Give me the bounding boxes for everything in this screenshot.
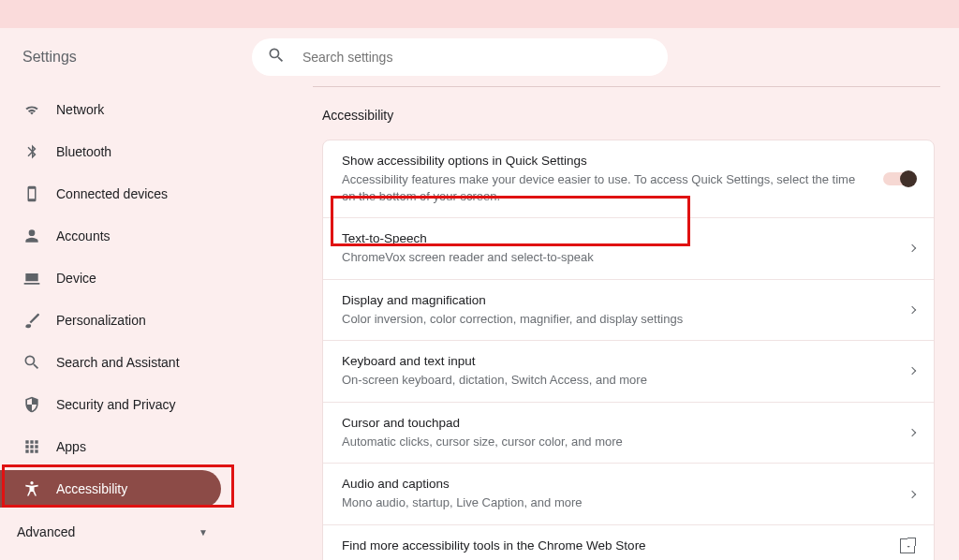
row-title: Keyboard and text input bbox=[342, 354, 894, 368]
row-action-chevron bbox=[909, 492, 915, 497]
sidebar-item-accounts[interactable]: Accounts bbox=[0, 217, 221, 255]
sidebar-item-label: Network bbox=[56, 102, 104, 117]
row-text: Text-to-SpeechChromeVox screen reader an… bbox=[342, 231, 909, 266]
chevron-right-icon bbox=[908, 429, 916, 436]
chevron-down-icon: ▼ bbox=[199, 527, 208, 538]
sidebar-item-device[interactable]: Device bbox=[0, 259, 221, 297]
sidebar-item-label: Search and Assistant bbox=[56, 355, 180, 370]
sidebar-item-label: Bluetooth bbox=[56, 144, 111, 159]
row-subtitle: Accessibility features make your device … bbox=[342, 171, 868, 204]
row-action-toggle bbox=[883, 172, 915, 185]
row-title: Display and magnification bbox=[342, 293, 894, 307]
search-input[interactable] bbox=[302, 50, 653, 65]
section-title: Accessibility bbox=[322, 108, 935, 123]
settings-card: Show accessibility options in Quick Sett… bbox=[322, 140, 935, 560]
row-title: Show accessibility options in Quick Sett… bbox=[342, 154, 868, 168]
apps-icon bbox=[22, 437, 41, 456]
chevron-right-icon bbox=[908, 490, 916, 497]
phone-icon bbox=[22, 184, 41, 203]
row-find-more-accessibility-tools-in-the-chr[interactable]: Find more accessibility tools in the Chr… bbox=[323, 524, 934, 560]
row-action-chevron bbox=[909, 368, 915, 374]
row-text: Show accessibility options in Quick Sett… bbox=[342, 154, 883, 204]
row-subtitle: Automatic clicks, cursor size, cursor co… bbox=[342, 434, 894, 450]
row-action-chevron bbox=[909, 245, 915, 251]
row-text: Find more accessibility tools in the Chr… bbox=[342, 538, 900, 553]
accessibility-icon bbox=[22, 479, 41, 498]
chevron-right-icon bbox=[908, 306, 916, 314]
wifi-icon bbox=[22, 100, 41, 119]
sidebar-item-personalization[interactable]: Personalization bbox=[0, 302, 221, 339]
sidebar-item-accessibility[interactable]: Accessibility bbox=[0, 470, 221, 508]
row-cursor-and-touchpad[interactable]: Cursor and touchpadAutomatic clicks, cur… bbox=[323, 402, 934, 464]
open-external-icon bbox=[900, 538, 915, 553]
row-title: Audio and captions bbox=[342, 477, 894, 491]
search-icon bbox=[267, 46, 286, 68]
row-text: Cursor and touchpadAutomatic clicks, cur… bbox=[342, 416, 909, 450]
sidebar-item-bluetooth[interactable]: Bluetooth bbox=[0, 133, 221, 170]
chevron-right-icon bbox=[908, 367, 916, 375]
page-app-title: Settings bbox=[22, 49, 77, 66]
sidebar-item-security-and-privacy[interactable]: Security and Privacy bbox=[0, 386, 221, 423]
sidebar-item-label: Personalization bbox=[56, 313, 146, 328]
row-subtitle: On-screen keyboard, dictation, Switch Ac… bbox=[342, 372, 894, 389]
row-subtitle: Mono audio, startup, Live Caption, and m… bbox=[342, 494, 894, 511]
sidebar-item-label: Accounts bbox=[56, 228, 111, 243]
row-keyboard-and-text-input[interactable]: Keyboard and text inputOn-screen keyboar… bbox=[323, 340, 934, 402]
sidebar: NetworkBluetoothConnected devicesAccount… bbox=[0, 86, 243, 560]
row-show-accessibility-options-in-quick-sett[interactable]: Show accessibility options in Quick Sett… bbox=[323, 140, 934, 217]
sidebar-item-label: Security and Privacy bbox=[56, 397, 176, 412]
row-title: Text-to-Speech bbox=[342, 231, 894, 245]
sidebar-advanced-label: Advanced bbox=[17, 524, 75, 539]
row-text: Keyboard and text inputOn-screen keyboar… bbox=[342, 354, 909, 389]
sidebar-item-apps[interactable]: Apps bbox=[0, 428, 221, 465]
row-subtitle: ChromeVox screen reader and select-to-sp… bbox=[342, 249, 894, 266]
search-box[interactable] bbox=[252, 38, 668, 76]
sidebar-item-label: Accessibility bbox=[56, 481, 127, 496]
row-title: Find more accessibility tools in the Chr… bbox=[342, 538, 885, 553]
search-icon bbox=[22, 353, 41, 372]
sidebar-advanced[interactable]: Advanced ▼ bbox=[0, 517, 208, 547]
svg-point-0 bbox=[30, 481, 33, 484]
brush-icon bbox=[22, 311, 41, 330]
settings-header: Settings bbox=[0, 28, 959, 86]
sidebar-item-label: Apps bbox=[56, 439, 86, 454]
content-area: Accessibility Show accessibility options… bbox=[243, 86, 959, 560]
laptop-icon bbox=[22, 269, 41, 287]
row-title: Cursor and touchpad bbox=[342, 416, 894, 430]
row-text: Display and magnificationColor inversion… bbox=[342, 293, 909, 328]
sidebar-item-label: Connected devices bbox=[56, 186, 168, 201]
bluetooth-icon bbox=[22, 142, 41, 161]
row-text: Audio and captionsMono audio, startup, L… bbox=[342, 477, 909, 511]
row-display-and-magnification[interactable]: Display and magnificationColor inversion… bbox=[323, 279, 934, 341]
chevron-right-icon bbox=[908, 244, 916, 252]
person-icon bbox=[22, 227, 41, 245]
sidebar-item-search-and-assistant[interactable]: Search and Assistant bbox=[0, 344, 221, 381]
row-subtitle: Color inversion, color correction, magni… bbox=[342, 311, 894, 328]
row-action-external bbox=[900, 538, 915, 553]
sidebar-item-network[interactable]: Network bbox=[0, 91, 221, 128]
content-divider bbox=[313, 86, 940, 87]
sidebar-item-label: Device bbox=[56, 271, 96, 286]
sidebar-item-connected-devices[interactable]: Connected devices bbox=[0, 175, 221, 213]
row-audio-and-captions[interactable]: Audio and captionsMono audio, startup, L… bbox=[323, 463, 934, 524]
toggle-knob bbox=[900, 170, 917, 187]
row-action-chevron bbox=[909, 307, 915, 313]
window-title-band bbox=[0, 0, 959, 28]
shield-icon bbox=[22, 395, 41, 414]
toggle-switch[interactable] bbox=[883, 172, 915, 185]
row-text-to-speech[interactable]: Text-to-SpeechChromeVox screen reader an… bbox=[323, 217, 934, 279]
row-action-chevron bbox=[909, 430, 915, 435]
